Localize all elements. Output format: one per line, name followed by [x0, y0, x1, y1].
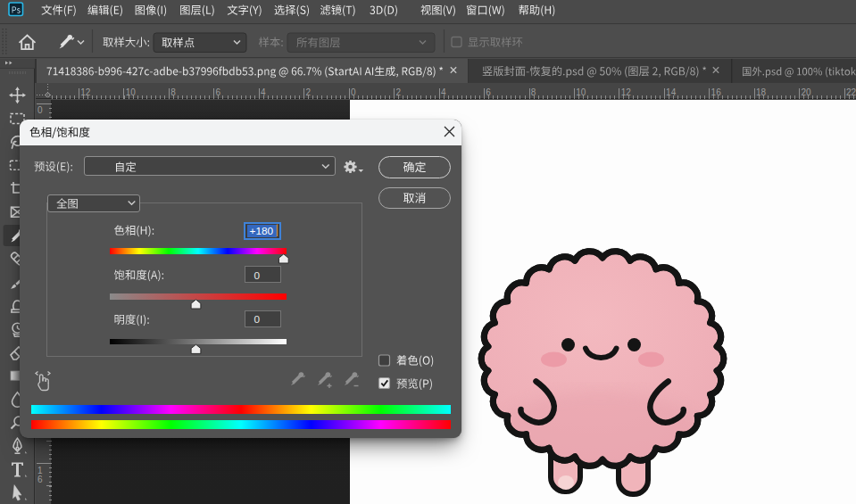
svg-text:0: 0: [254, 313, 261, 326]
svg-text:0: 0: [254, 269, 261, 282]
svg-text:+180: +180: [250, 225, 274, 237]
